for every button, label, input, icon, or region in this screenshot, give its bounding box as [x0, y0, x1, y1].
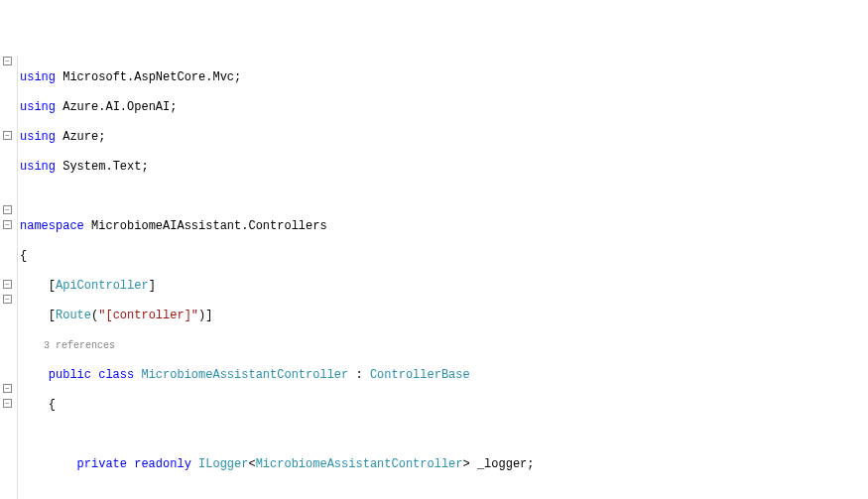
code-line[interactable]: using Azure.AI.OpenAI;	[20, 100, 868, 115]
code-line[interactable]: using System.Text;	[20, 160, 868, 175]
fold-toggle-icon[interactable]: −	[3, 205, 12, 214]
code-line[interactable]	[20, 189, 868, 204]
code-line[interactable]: namespace MicrobiomeAIAssistant.Controll…	[20, 219, 868, 234]
fold-toggle-icon[interactable]: −	[3, 280, 12, 289]
code-content[interactable]: using Microsoft.AspNetCore.Mvc; using Az…	[18, 56, 868, 499]
fold-toggle-icon[interactable]: −	[3, 131, 12, 140]
code-line[interactable]: [Route("[controller]")]	[20, 309, 868, 323]
code-line[interactable]	[20, 487, 868, 499]
code-line[interactable]: using Microsoft.AspNetCore.Mvc;	[20, 70, 868, 85]
fold-toggle-icon[interactable]: −	[3, 295, 12, 304]
codelens-references[interactable]: 3 references	[20, 338, 868, 353]
code-line[interactable]: private readonly ILogger<MicrobiomeAssis…	[20, 457, 868, 472]
fold-toggle-icon[interactable]: −	[3, 384, 12, 393]
fold-toggle-icon[interactable]: −	[3, 399, 12, 408]
fold-gutter: − − − − − − − −	[0, 56, 18, 499]
code-line[interactable]: using Azure;	[20, 130, 868, 145]
code-line[interactable]	[20, 428, 868, 442]
code-line[interactable]: {	[20, 249, 868, 264]
fold-toggle-icon[interactable]: −	[3, 57, 12, 65]
code-line[interactable]: public class MicrobiomeAssistantControll…	[20, 368, 868, 383]
code-line[interactable]: {	[20, 398, 868, 413]
code-editor[interactable]: − − − − − − − − using Microsoft.AspNetCo…	[0, 56, 868, 499]
code-line[interactable]: [ApiController]	[20, 279, 868, 294]
fold-toggle-icon[interactable]: −	[3, 220, 12, 229]
